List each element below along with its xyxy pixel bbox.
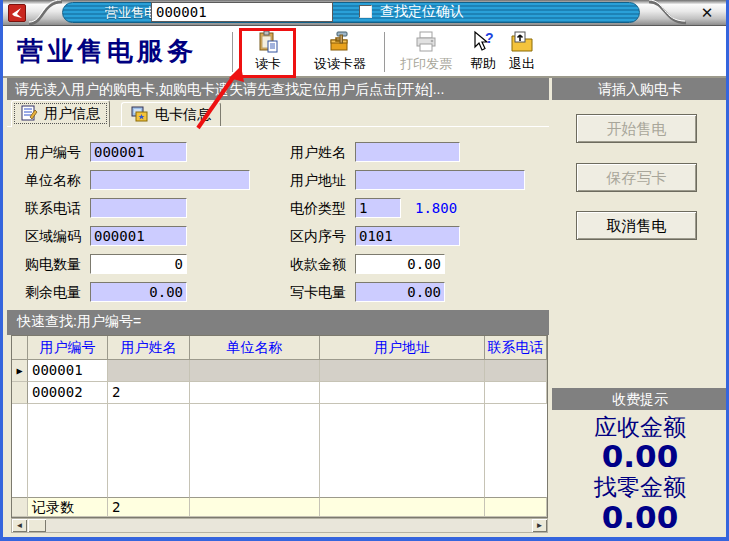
close-icon[interactable]: ✕ [697, 3, 717, 22]
grid-cell[interactable] [485, 360, 547, 382]
grid-header-unit-name[interactable]: 单位名称 [190, 336, 320, 360]
receivable-amount-value: 0.00 [552, 438, 728, 474]
status-message: 请先读入用户的购电卡,如购电卡遗失请先查找定位用户后点击[开始]... [7, 78, 549, 100]
payment-amount-label: 收款金额 [290, 254, 352, 274]
contact-phone-label: 联系电话 [25, 198, 87, 218]
record-count-label: 记录数 [28, 497, 108, 517]
print-invoice-label: 打印发票 [400, 55, 452, 73]
exit-button[interactable]: 退出 [503, 29, 541, 76]
grid-header-user-id[interactable]: 用户编号 [28, 336, 108, 360]
area-serial-label: 区内序号 [290, 226, 352, 246]
area-code-label: 区域编码 [25, 226, 87, 246]
grid-cell[interactable] [108, 360, 190, 382]
quick-search-bar: 快速查找:用户编号= [7, 310, 549, 335]
grid-hscrollbar[interactable]: ◄ ► [11, 518, 548, 533]
card-prompt-header: 请插入购电卡 [552, 78, 728, 100]
user-info-icon [21, 105, 38, 124]
user-name-field [355, 142, 460, 162]
price-rate-value: 1.800 [415, 198, 457, 218]
tab-user-info[interactable]: 用户信息 [11, 100, 110, 127]
card-reader-settings-icon [328, 29, 352, 55]
fee-header: 收费提示 [552, 388, 728, 410]
save-write-card-button: 保存写卡 [576, 163, 697, 192]
locate-confirm-label: 查找定位确认 [380, 3, 464, 21]
user-address-label: 用户地址 [290, 170, 352, 190]
user-name-label: 用户姓名 [290, 142, 352, 162]
toolbar-separator [384, 32, 386, 72]
grid-cell[interactable] [320, 360, 485, 382]
quick-search-label: 快速查找:用户编号= [17, 313, 141, 331]
grid-cell[interactable] [320, 382, 485, 404]
user-grid: 用户编号 用户姓名 单位名称 用户地址 联系电话 ▶ 000001 000002… [11, 335, 548, 518]
grid-header-user-name[interactable]: 用户姓名 [108, 336, 190, 360]
grid-header-selector [12, 336, 28, 360]
svg-text:?: ? [485, 30, 494, 46]
scroll-left-icon[interactable]: ◄ [12, 519, 27, 532]
set-card-reader-label: 设读卡器 [314, 55, 366, 73]
payment-amount-field[interactable] [355, 254, 445, 274]
grid-cell[interactable]: 000001 [28, 360, 108, 382]
app-logo-icon [8, 4, 26, 22]
unit-name-label: 单位名称 [25, 170, 87, 190]
cancel-sale-button[interactable]: 取消售电 [576, 211, 697, 240]
help-label: 帮助 [470, 55, 496, 73]
print-invoice-icon [414, 29, 438, 55]
record-count-value: 2 [108, 497, 190, 517]
titlebar-swoosh-left [28, 0, 64, 26]
grid-line [27, 404, 28, 497]
purchase-qty-field[interactable] [90, 254, 187, 274]
help-button[interactable]: ? 帮助 [464, 29, 502, 76]
tab-card-info-label: 电卡信息 [155, 106, 211, 124]
grid-line [107, 404, 108, 497]
purchase-qty-label: 购电数量 [25, 254, 87, 274]
write-card-power-field [355, 282, 445, 302]
grid-line [319, 404, 320, 497]
locate-confirm-checkbox[interactable] [359, 5, 372, 18]
remaining-power-label: 剩余电量 [25, 282, 87, 302]
scrollbar-thumb[interactable] [28, 519, 46, 532]
grid-cell[interactable] [190, 382, 320, 404]
toolbar: 营业售电服务 读卡 [3, 26, 726, 78]
price-type-label: 电价类型 [290, 198, 352, 218]
page-title: 营业售电服务 [17, 34, 197, 69]
grid-cell[interactable] [190, 360, 320, 382]
card-info-icon [131, 106, 149, 125]
write-card-power-label: 写卡电量 [290, 282, 352, 302]
row-selector-icon: ▶ [12, 360, 28, 382]
area-serial-field [355, 226, 460, 246]
titlebar-swoosh-right [648, 0, 688, 26]
grid-footer-cell [320, 497, 485, 517]
price-type-field [355, 198, 401, 218]
print-invoice-button: 打印发票 [390, 29, 462, 76]
start-sale-button: 开始售电 [576, 114, 697, 143]
grid-cell[interactable]: 000002 [28, 382, 108, 404]
user-id-field [90, 142, 187, 162]
row-selector [12, 382, 28, 404]
set-card-reader-button[interactable]: 设读卡器 [301, 29, 379, 76]
tab-user-info-label: 用户信息 [44, 105, 100, 123]
toolbar-separator [232, 32, 234, 72]
annotation-highlight-rect [239, 28, 296, 78]
user-id-label: 用户编号 [25, 142, 87, 162]
grid-cell[interactable]: 2 [108, 382, 190, 404]
area-code-field [90, 226, 187, 246]
quick-search-input[interactable] [151, 2, 333, 22]
grid-cell[interactable] [485, 382, 547, 404]
grid-line [189, 404, 190, 497]
remaining-power-field [90, 282, 187, 302]
change-amount-value: 0.00 [552, 499, 728, 535]
grid-header-address[interactable]: 用户地址 [320, 336, 485, 360]
user-address-field [355, 170, 525, 190]
scroll-right-icon[interactable]: ► [532, 519, 547, 532]
help-icon: ? [471, 29, 495, 55]
grid-footer-selector [12, 497, 28, 517]
exit-label: 退出 [509, 55, 535, 73]
app-window: 营业售电服务 ✕ 营业售电服务 读卡 [0, 0, 729, 541]
exit-icon [510, 29, 534, 55]
tab-card-info[interactable]: 电卡信息 [121, 102, 221, 127]
grid-line [484, 404, 485, 497]
grid-header-phone[interactable]: 联系电话 [485, 336, 547, 360]
unit-name-field [90, 170, 250, 190]
window-title: 营业售电服务 [62, 2, 640, 23]
grid-footer-cell [190, 497, 320, 517]
